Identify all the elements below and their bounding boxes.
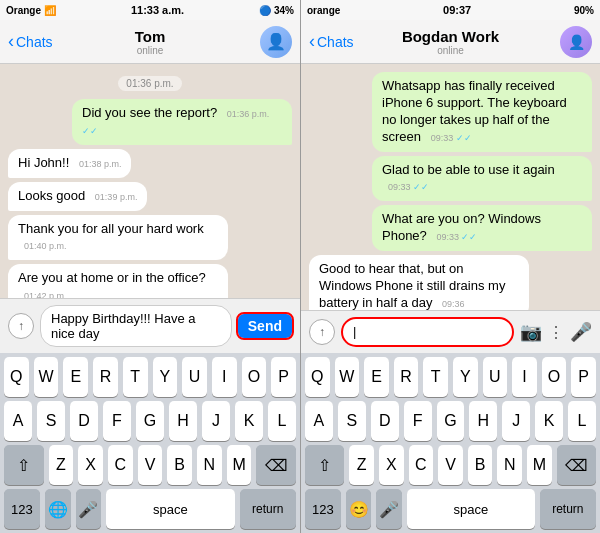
rkey-n[interactable]: N [497,445,522,485]
key-globe[interactable]: 🌐 [45,489,71,529]
right-input-area: ↑ | 📷 ⋮ 🎤 [301,310,600,353]
key-x[interactable]: X [78,445,103,485]
left-msg-3: Thank you for all your hard work 01:40 p… [8,215,292,261]
left-status-time: 11:33 a.m. [131,4,184,16]
left-avatar[interactable]: 👤 [260,26,292,58]
right-nav-title: Bogdan Work online [402,28,499,56]
key-q[interactable]: Q [4,357,29,397]
right-avatar[interactable]: 👤 [560,26,592,58]
key-y[interactable]: Y [153,357,178,397]
rkey-shift[interactable]: ⇧ [305,445,344,485]
left-bubble-4: Are you at home or in the office? 01:42 … [8,264,228,298]
rkey-mic[interactable]: 🎤 [376,489,402,529]
rkey-h[interactable]: H [469,401,497,441]
left-msg-text-2: Looks good [18,188,85,203]
key-f[interactable]: F [103,401,131,441]
left-keyboard-row3: ⇧ Z X C V B N M ⌫ [0,441,300,485]
key-shift[interactable]: ⇧ [4,445,44,485]
key-mic-left[interactable]: 🎤 [76,489,102,529]
key-return[interactable]: return [240,489,296,529]
left-scroll-up-button[interactable]: ↑ [8,313,34,339]
left-keyboard-bottom: 123 🌐 🎤 space return [0,485,300,533]
key-m[interactable]: M [227,445,252,485]
key-o[interactable]: O [242,357,267,397]
rkey-emoji[interactable]: 😊 [346,489,372,529]
left-back-label: Chats [16,34,53,50]
left-message-input[interactable]: Happy Birthday!!! Have a nice day [40,305,232,347]
rkey-x[interactable]: X [379,445,404,485]
rkey-b[interactable]: B [468,445,493,485]
rkey-numbers[interactable]: 123 [305,489,341,529]
key-t[interactable]: T [123,357,148,397]
key-a[interactable]: A [4,401,32,441]
key-v[interactable]: V [138,445,163,485]
rkey-k[interactable]: K [535,401,563,441]
left-keyboard: Q W E R T Y U I O P A S D F G H J K L ⇧ … [0,353,300,533]
rkey-s[interactable]: S [338,401,366,441]
mic-icon[interactable]: 🎤 [570,321,592,343]
right-bubble-0: Whatsapp has finally received iPhone 6 s… [372,72,592,152]
rkey-r[interactable]: R [394,357,419,397]
left-bubble-3: Thank you for all your hard work 01:40 p… [8,215,228,261]
key-k[interactable]: K [235,401,263,441]
left-msg-2: Looks good 01:39 p.m. [8,182,292,211]
dots-icon[interactable]: ⋮ [548,323,564,342]
key-space[interactable]: space [106,489,234,529]
rkey-j[interactable]: J [502,401,530,441]
left-keyboard-row2: A S D F G H J K L [0,397,300,441]
right-avatar-initial: 👤 [568,34,585,50]
key-c[interactable]: C [108,445,133,485]
right-message-input[interactable]: | [341,317,514,347]
key-e[interactable]: E [63,357,88,397]
rkey-u[interactable]: U [483,357,508,397]
key-s[interactable]: S [37,401,65,441]
right-back-button[interactable]: ‹ Chats [309,31,354,52]
key-delete[interactable]: ⌫ [256,445,296,485]
key-h[interactable]: H [169,401,197,441]
rkey-space[interactable]: space [407,489,535,529]
left-battery: 34% [274,5,294,16]
right-carrier: orange [307,5,340,16]
rkey-i[interactable]: I [512,357,537,397]
camera-icon[interactable]: 📷 [520,321,542,343]
right-keyboard-row3: ⇧ Z X C V B N M ⌫ [301,441,600,485]
rkey-c[interactable]: C [409,445,434,485]
rkey-z[interactable]: Z [349,445,374,485]
key-u[interactable]: U [182,357,207,397]
rkey-return[interactable]: return [540,489,596,529]
rkey-g[interactable]: G [437,401,465,441]
left-chevron-icon: ‹ [8,31,14,52]
right-scroll-up-button[interactable]: ↑ [309,319,335,345]
key-p[interactable]: P [271,357,296,397]
left-keyboard-row1: Q W E R T Y U I O P [0,353,300,397]
rkey-f[interactable]: F [404,401,432,441]
rkey-t[interactable]: T [423,357,448,397]
right-msg-3: Good to hear that, but on Windows Phone … [309,255,592,310]
key-numbers[interactable]: 123 [4,489,40,529]
rkey-d[interactable]: D [371,401,399,441]
rkey-v[interactable]: V [438,445,463,485]
rkey-q[interactable]: Q [305,357,330,397]
rkey-m[interactable]: M [527,445,552,485]
key-j[interactable]: J [202,401,230,441]
key-r[interactable]: R [93,357,118,397]
rkey-e[interactable]: E [364,357,389,397]
rkey-delete[interactable]: ⌫ [557,445,596,485]
key-i[interactable]: I [212,357,237,397]
key-g[interactable]: G [136,401,164,441]
key-b[interactable]: B [167,445,192,485]
key-w[interactable]: W [34,357,59,397]
rkey-o[interactable]: O [542,357,567,397]
key-d[interactable]: D [70,401,98,441]
left-back-button[interactable]: ‹ Chats [8,31,53,52]
key-l[interactable]: L [268,401,296,441]
rkey-p[interactable]: P [571,357,596,397]
key-z[interactable]: Z [49,445,74,485]
right-keyboard-bottom: 123 😊 🎤 space return [301,485,600,533]
rkey-w[interactable]: W [335,357,360,397]
rkey-a[interactable]: A [305,401,333,441]
left-send-button[interactable]: Send [238,314,292,338]
rkey-l[interactable]: L [568,401,596,441]
rkey-y[interactable]: Y [453,357,478,397]
key-n[interactable]: N [197,445,222,485]
